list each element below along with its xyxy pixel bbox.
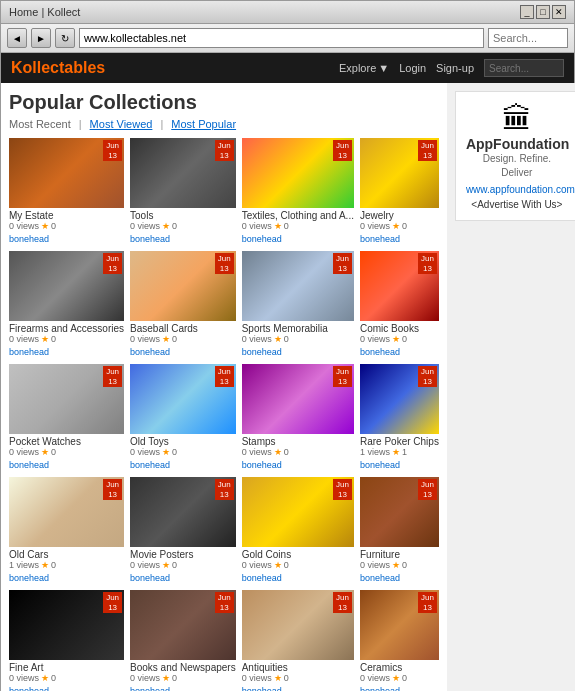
star-icon: ★ xyxy=(41,221,49,231)
view-count: 0 views xyxy=(242,673,272,683)
collection-user-link[interactable]: bonehead xyxy=(242,460,282,470)
collection-item[interactable]: Jun13 Tools 0 views ★ 0 bonehead xyxy=(130,138,236,245)
star-count: 0 xyxy=(51,221,56,231)
collection-thumbnail: Jun13 xyxy=(242,590,354,660)
collection-user-link[interactable]: bonehead xyxy=(242,347,282,357)
collection-user-link[interactable]: bonehead xyxy=(360,347,400,357)
collection-item[interactable]: Jun13 Jewelry 0 views ★ 0 bonehead xyxy=(360,138,439,245)
maximize-button[interactable]: □ xyxy=(536,5,550,19)
star-icon: ★ xyxy=(41,673,49,683)
date-badge: Jun13 xyxy=(103,140,122,161)
collection-thumbnail: Jun13 xyxy=(9,477,124,547)
forward-button[interactable]: ► xyxy=(31,28,51,48)
site-search-input[interactable] xyxy=(484,59,564,77)
collection-item[interactable]: Jun13 Ceramics 0 views ★ 0 bonehead xyxy=(360,590,439,691)
collection-item[interactable]: Jun13 Fine Art 0 views ★ 0 bonehead xyxy=(9,590,124,691)
collection-meta: 0 views ★ 0 xyxy=(9,447,124,457)
collection-item[interactable]: Jun13 My Estate 0 views ★ 0 bonehead xyxy=(9,138,124,245)
view-count: 0 views xyxy=(360,673,390,683)
date-badge: Jun13 xyxy=(333,366,352,387)
collection-item[interactable]: Jun13 Firearms and Accessories 0 views ★… xyxy=(9,251,124,358)
star-count: 0 xyxy=(172,221,177,231)
collection-user-link[interactable]: bonehead xyxy=(242,686,282,691)
star-count: 0 xyxy=(51,560,56,570)
view-count: 0 views xyxy=(130,334,160,344)
star-count: 1 xyxy=(402,447,407,457)
collection-item[interactable]: Jun13 Books and Newspapers 0 views ★ 0 b… xyxy=(130,590,236,691)
collection-item[interactable]: Jun13 Gold Coins 0 views ★ 0 bonehead xyxy=(242,477,354,584)
collection-thumbnail: Jun13 xyxy=(9,590,124,660)
collection-name: Jewelry xyxy=(360,210,439,221)
collection-user-link[interactable]: bonehead xyxy=(130,460,170,470)
collection-item[interactable]: Jun13 Pocket Watches 0 views ★ 0 bonehea… xyxy=(9,364,124,471)
collection-user-link[interactable]: bonehead xyxy=(242,573,282,583)
browser-search[interactable] xyxy=(488,28,568,48)
star-icon: ★ xyxy=(274,447,282,457)
collection-item[interactable]: Jun13 Stamps 0 views ★ 0 bonehead xyxy=(242,364,354,471)
collection-name: Ceramics xyxy=(360,662,439,673)
collection-thumbnail: Jun13 xyxy=(360,138,439,208)
collection-meta: 0 views ★ 0 xyxy=(360,221,439,231)
collection-item[interactable]: Jun13 Rare Poker Chips 1 views ★ 1 boneh… xyxy=(360,364,439,471)
collection-user-link[interactable]: bonehead xyxy=(360,686,400,691)
login-link[interactable]: Login xyxy=(399,62,426,74)
collection-user-link[interactable]: bonehead xyxy=(130,234,170,244)
collection-item[interactable]: Jun13 Old Toys 0 views ★ 0 bonehead xyxy=(130,364,236,471)
view-count: 0 views xyxy=(9,447,39,457)
collection-item[interactable]: Jun13 Comic Books 0 views ★ 0 bonehead xyxy=(360,251,439,358)
collection-user-link[interactable]: bonehead xyxy=(130,686,170,691)
ad-box: 🏛 AppFoundation Design. Refine. Deliver … xyxy=(455,91,575,221)
ad-cta[interactable]: <Advertise With Us> xyxy=(466,199,568,210)
collection-name: Comic Books xyxy=(360,323,439,334)
collection-thumbnail: Jun13 xyxy=(360,477,439,547)
collection-user-link[interactable]: bonehead xyxy=(360,573,400,583)
explore-button[interactable]: Explore ▼ xyxy=(339,62,389,74)
collection-meta: 0 views ★ 0 xyxy=(242,334,354,344)
star-count: 0 xyxy=(172,334,177,344)
collection-thumbnail: Jun13 xyxy=(9,138,124,208)
collection-item[interactable]: Jun13 Movie Posters 0 views ★ 0 bonehead xyxy=(130,477,236,584)
collection-thumbnail: Jun13 xyxy=(242,364,354,434)
collection-user-link[interactable]: bonehead xyxy=(130,347,170,357)
collection-user-link[interactable]: bonehead xyxy=(360,460,400,470)
title-bar: Home | Kollect _ □ ✕ xyxy=(1,1,574,24)
collection-meta: 0 views ★ 0 xyxy=(9,673,124,683)
collection-item[interactable]: Jun13 Old Cars 1 views ★ 0 bonehead xyxy=(9,477,124,584)
collection-name: Movie Posters xyxy=(130,549,236,560)
collection-user-link[interactable]: bonehead xyxy=(9,460,49,470)
address-bar[interactable]: www.kollectables.net xyxy=(79,28,484,48)
refresh-button[interactable]: ↻ xyxy=(55,28,75,48)
collection-user-link[interactable]: bonehead xyxy=(360,234,400,244)
close-button[interactable]: ✕ xyxy=(552,5,566,19)
collection-user-link[interactable]: bonehead xyxy=(9,573,49,583)
signup-link[interactable]: Sign-up xyxy=(436,62,474,74)
collection-name: Gold Coins xyxy=(242,549,354,560)
view-count: 0 views xyxy=(9,221,39,231)
collection-item[interactable]: Jun13 Sports Memorabilia 0 views ★ 0 bon… xyxy=(242,251,354,358)
collection-item[interactable]: Jun13 Furniture 0 views ★ 0 bonehead xyxy=(360,477,439,584)
collection-item[interactable]: Jun13 Antiquities 0 views ★ 0 bonehead xyxy=(242,590,354,691)
filter-most-popular[interactable]: Most Popular xyxy=(171,118,236,130)
minimize-button[interactable]: _ xyxy=(520,5,534,19)
filter-most-viewed[interactable]: Most Viewed xyxy=(90,118,153,130)
collection-item[interactable]: Jun13 Textiles, Clothing and A... 0 view… xyxy=(242,138,354,245)
collection-meta: 0 views ★ 0 xyxy=(130,221,236,231)
collection-user-link[interactable]: bonehead xyxy=(9,347,49,357)
ad-tagline: Design. Refine. Deliver xyxy=(466,152,568,180)
ad-url[interactable]: www.appfoundation.com xyxy=(466,184,568,195)
date-badge: Jun13 xyxy=(418,592,437,613)
collection-user-link[interactable]: bonehead xyxy=(242,234,282,244)
collection-item[interactable]: Jun13 Baseball Cards 0 views ★ 0 bonehea… xyxy=(130,251,236,358)
filter-most-recent[interactable]: Most Recent xyxy=(9,118,71,130)
view-count: 0 views xyxy=(242,447,272,457)
collection-user-link[interactable]: bonehead xyxy=(130,573,170,583)
date-badge: Jun13 xyxy=(215,366,234,387)
collection-name: Old Cars xyxy=(9,549,124,560)
view-count: 0 views xyxy=(130,673,160,683)
collection-user-link[interactable]: bonehead xyxy=(9,234,49,244)
collection-thumbnail: Jun13 xyxy=(130,590,236,660)
collection-thumbnail: Jun13 xyxy=(9,364,124,434)
view-count: 0 views xyxy=(360,334,390,344)
collection-user-link[interactable]: bonehead xyxy=(9,686,49,691)
back-button[interactable]: ◄ xyxy=(7,28,27,48)
